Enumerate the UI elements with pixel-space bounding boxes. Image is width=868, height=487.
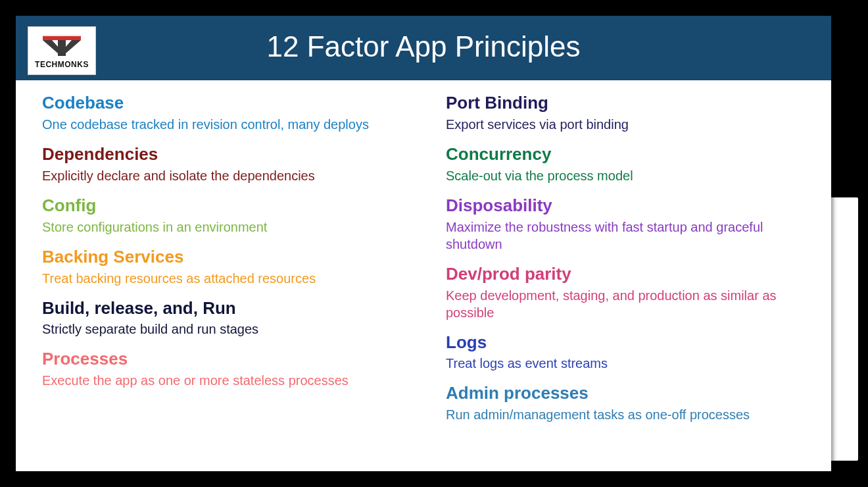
principle-disposability: Disposability Maximize the robustness wi… bbox=[446, 196, 818, 253]
principle-port-binding: Port Binding Export services via port bi… bbox=[446, 93, 818, 133]
principle-title: Dev/prod parity bbox=[446, 265, 818, 284]
principle-backing-services: Backing Services Treat backing resources… bbox=[42, 247, 414, 287]
stage: TECHMONKS 12 Factor App Principles Codeb… bbox=[0, 0, 868, 487]
principle-desc: Treat backing resources as attached reso… bbox=[42, 270, 414, 287]
principle-title: Backing Services bbox=[42, 247, 414, 267]
principle-concurrency: Concurrency Scale-out via the process mo… bbox=[446, 145, 818, 184]
principle-title: Concurrency bbox=[446, 145, 818, 165]
principle-desc: Run admin/management tasks as one-off pr… bbox=[446, 406, 818, 423]
principle-title: Codebase bbox=[42, 93, 414, 113]
principle-desc: Execute the app as one or more stateless… bbox=[42, 372, 414, 389]
principle-title: Processes bbox=[42, 349, 414, 369]
principle-desc: Export services via port binding bbox=[446, 116, 818, 133]
principle-processes: Processes Execute the app as one or more… bbox=[42, 349, 414, 389]
principle-desc: Scale-out via the process model bbox=[446, 167, 818, 184]
principle-desc: Strictly separate build and run stages bbox=[42, 320, 414, 338]
principle-title: Logs bbox=[446, 333, 818, 353]
principle-codebase: Codebase One codebase tracked in revisio… bbox=[42, 93, 414, 133]
principle-title: Dependencies bbox=[42, 145, 414, 165]
principle-admin-processes: Admin processes Run admin/management tas… bbox=[446, 384, 818, 423]
principle-title: Port Binding bbox=[446, 93, 818, 113]
principle-desc: Treat logs as event streams bbox=[446, 355, 818, 372]
principle-desc: Maximize the robustness with fast startu… bbox=[446, 218, 818, 253]
column-right: Port Binding Export services via port bi… bbox=[446, 93, 818, 435]
principle-desc: Keep development, staging, and productio… bbox=[446, 287, 818, 321]
principle-desc: Explicitly declare and isolate the depen… bbox=[42, 167, 414, 184]
slide-title: 12 Factor App Principles bbox=[16, 30, 831, 63]
column-left: Codebase One codebase tracked in revisio… bbox=[42, 93, 414, 435]
slide: TECHMONKS 12 Factor App Principles Codeb… bbox=[16, 16, 831, 471]
header-bar: TECHMONKS 12 Factor App Principles bbox=[16, 16, 831, 80]
principle-dev-prod-parity: Dev/prod parity Keep development, stagin… bbox=[446, 265, 818, 321]
principle-title: Build, release, and, Run bbox=[42, 299, 414, 319]
principle-logs: Logs Treat logs as event streams bbox=[446, 333, 818, 372]
principle-config: Config Store configurations in an enviro… bbox=[42, 196, 414, 236]
principle-title: Disposability bbox=[446, 196, 818, 216]
principle-desc: Store configurations in an environment bbox=[42, 218, 414, 236]
principle-dependencies: Dependencies Explicitly declare and isol… bbox=[42, 145, 414, 184]
content: Codebase One codebase tracked in revisio… bbox=[42, 93, 818, 435]
principle-title: Config bbox=[42, 196, 414, 216]
principle-build-release-run: Build, release, and, Run Strictly separa… bbox=[42, 299, 414, 338]
principle-desc: One codebase tracked in revision control… bbox=[42, 116, 414, 133]
principle-title: Admin processes bbox=[446, 384, 818, 403]
